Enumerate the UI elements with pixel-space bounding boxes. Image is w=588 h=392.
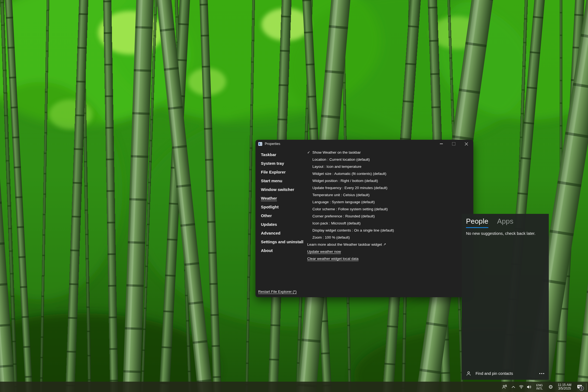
close-button[interactable] xyxy=(460,140,473,148)
chevron-up-icon xyxy=(511,386,515,388)
setting-update-frequency[interactable]: Update frequency : Every 20 minutes (def… xyxy=(307,184,468,191)
network-button[interactable] xyxy=(517,382,525,392)
tab-apps[interactable]: Apps xyxy=(497,217,513,228)
taskbar[interactable]: ENG INTL ⚙ 11:15 AM 3/5/2025 1 xyxy=(0,382,588,392)
setting-corner-preference[interactable]: Corner preference : Rounded (default) xyxy=(307,212,468,220)
speaker-icon xyxy=(527,385,532,389)
maximize-icon xyxy=(452,142,455,145)
ime-settings-button[interactable]: ⚙ xyxy=(546,382,556,392)
people-taskbar-button[interactable] xyxy=(500,382,509,392)
setting-location[interactable]: Location : Current location (default) xyxy=(307,156,468,163)
setting-widget-size[interactable]: Widget size : Automatic (fit contents) (… xyxy=(307,170,468,177)
clock-date: 3/5/2025 xyxy=(558,387,571,390)
more-options-icon[interactable]: ••• xyxy=(539,372,545,376)
person-icon xyxy=(466,371,471,376)
setting-temperature-unit[interactable]: Temperature unit : Celsius (default) xyxy=(307,191,468,198)
window-title: Properties xyxy=(265,142,280,146)
action-center-button[interactable]: 1 xyxy=(574,382,586,392)
system-tray: ENG INTL ⚙ 11:15 AM 3/5/2025 1 xyxy=(500,382,588,392)
setting-color-scheme[interactable]: Color scheme : Follow system setting (de… xyxy=(307,205,468,212)
minimize-icon xyxy=(440,144,443,144)
show-hidden-icons-button[interactable] xyxy=(509,382,517,392)
tab-people[interactable]: People xyxy=(466,217,488,228)
weather-settings-panel: ✓ Show Weather on the taskbar Location :… xyxy=(307,149,468,262)
desktop: Properties Taskbar System tray File Expl… xyxy=(0,0,588,392)
minimize-button[interactable] xyxy=(435,140,447,148)
clear-weather-data-link[interactable]: Clear weather widget local data xyxy=(307,255,468,262)
language-indicator[interactable]: ENG INTL xyxy=(533,382,546,392)
setting-show-weather-toggle[interactable]: ✓ Show Weather on the taskbar xyxy=(307,149,468,156)
app-icon xyxy=(258,142,262,146)
clock[interactable]: 11:15 AM 3/5/2025 xyxy=(556,382,574,392)
setting-display-widget-contents[interactable]: Display widget contents : On a single li… xyxy=(307,227,468,234)
setting-layout[interactable]: Layout : Icon and temperature xyxy=(307,163,468,170)
external-link-icon: ↗ xyxy=(383,242,386,246)
gear-icon: ⚙ xyxy=(548,384,553,390)
maximize-button[interactable] xyxy=(447,140,460,148)
setting-language[interactable]: Language : System language (default) xyxy=(307,198,468,205)
restart-file-explorer-link[interactable]: Restart File Explorer (*) xyxy=(258,290,297,294)
setting-zoom[interactable]: Zoom : 100 % (default) xyxy=(307,234,468,241)
people-tabs: People Apps xyxy=(466,217,513,228)
people-bar-icon xyxy=(502,384,508,389)
close-icon xyxy=(465,142,468,146)
setting-widget-position[interactable]: Widget position : Right / bottom (defaul… xyxy=(307,177,468,184)
learn-more-link[interactable]: Learn more about the Weather taskbar wid… xyxy=(307,241,468,248)
show-desktop-button[interactable] xyxy=(586,383,588,390)
check-icon: ✓ xyxy=(307,149,310,156)
titlebar[interactable]: Properties xyxy=(255,140,473,148)
update-weather-now-link[interactable]: Update weather now xyxy=(307,248,468,255)
properties-window: Properties Taskbar System tray File Expl… xyxy=(255,140,473,297)
find-and-pin-contacts[interactable]: Find and pin contacts ••• xyxy=(462,367,549,380)
notification-badge: 1 xyxy=(579,386,584,391)
wifi-icon xyxy=(519,385,524,389)
volume-button[interactable] xyxy=(525,382,533,392)
people-empty-message: No new suggestions, check back later. xyxy=(466,231,535,236)
setting-icon-pack[interactable]: Icon pack : Microsoft (default) xyxy=(307,220,468,227)
people-flyout: People Apps No new suggestions, check ba… xyxy=(462,214,549,380)
